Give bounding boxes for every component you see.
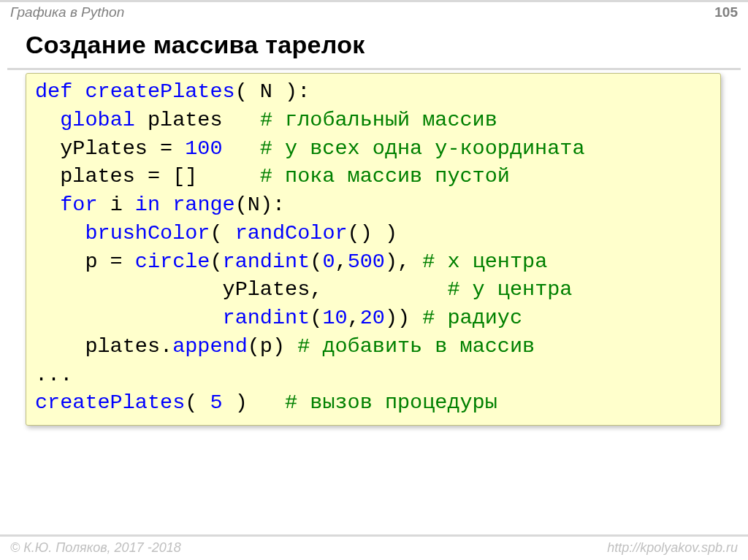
fn-brushColor: brushColor	[85, 221, 210, 245]
number: 20	[360, 306, 385, 330]
footer-url: http://kpolyakov.spb.ru	[607, 540, 738, 556]
code-text: (	[310, 250, 322, 274]
header-row: Графика в Python 105	[0, 2, 748, 20]
slide-title: Создание массива тарелок	[0, 20, 748, 68]
fn-randColor: randColor	[235, 221, 348, 245]
kw-in: in	[135, 193, 160, 217]
code-text	[35, 306, 223, 330]
fn-append: append	[172, 334, 248, 358]
fn-circle: circle	[135, 250, 210, 274]
kw-for: for	[60, 193, 97, 217]
code-text: ( N ):	[235, 80, 310, 104]
code-text: (p)	[248, 334, 297, 358]
kw-def: def	[35, 80, 72, 104]
code-text: (	[185, 391, 210, 415]
code-text	[35, 221, 85, 245]
code-text: (	[310, 306, 322, 330]
number: 100	[185, 137, 222, 161]
code-text: i	[98, 193, 135, 217]
code-text: () )	[348, 221, 397, 245]
code-text: )	[223, 391, 286, 415]
comment: # y центра	[447, 277, 572, 302]
comment: # вызов процедуры	[285, 391, 497, 415]
slide: Графика в Python 105 Создание массива та…	[0, 0, 748, 560]
code-text: plates.	[35, 334, 172, 358]
code-text: ...	[35, 363, 72, 387]
code-text: ))	[385, 306, 422, 330]
code-text: ),	[385, 250, 422, 274]
page-number: 105	[714, 4, 738, 20]
number: 5	[210, 391, 222, 415]
code-box: def createPlates( N ): global plates # г…	[26, 73, 721, 426]
code-text: (	[210, 221, 234, 245]
fn-randint: randint	[223, 306, 310, 330]
code-text: (N):	[235, 193, 285, 217]
kw-global: global	[60, 108, 135, 132]
comment: # пока массив пустой	[260, 164, 510, 188]
code-text	[223, 137, 260, 161]
code-text: plates = []	[35, 164, 260, 188]
comment: # у всех одна y-координата	[260, 137, 585, 161]
number: 500	[348, 250, 385, 274]
fn-createPlates: createPlates	[85, 80, 234, 104]
code-text: (	[210, 250, 222, 274]
footer-row: © К.Ю. Поляков, 2017 -2018 http://kpolya…	[0, 537, 748, 560]
header-topic: Графика в Python	[10, 4, 124, 20]
code: def createPlates( N ): global plates # г…	[35, 78, 711, 418]
code-text: yPlates,	[35, 277, 447, 302]
slide-body: def createPlates( N ): global plates # г…	[0, 70, 748, 534]
code-text: ,	[348, 306, 360, 330]
comment: # x центра	[422, 250, 547, 274]
number: 10	[322, 306, 347, 330]
code-text: ,	[335, 250, 348, 274]
copyright: © К.Ю. Поляков, 2017 -2018	[10, 540, 181, 556]
code-text	[160, 193, 172, 217]
comment: # радиус	[422, 306, 522, 330]
code-text: p =	[35, 250, 135, 274]
code-text: yPlates =	[35, 137, 185, 161]
number: 0	[322, 250, 335, 274]
fn-range: range	[172, 193, 235, 217]
comment: # глобальный массив	[260, 108, 497, 132]
comment: # добавить в массив	[297, 334, 535, 358]
fn-randint: randint	[223, 250, 310, 274]
code-text: plates	[135, 108, 260, 132]
fn-createPlates-call: createPlates	[35, 391, 185, 415]
